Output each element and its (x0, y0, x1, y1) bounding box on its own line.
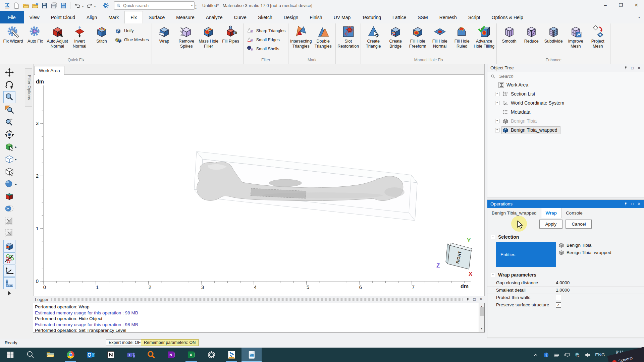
redo-button[interactable] (85, 1, 94, 10)
taskbar-photos[interactable] (241, 348, 262, 362)
expand-icon[interactable]: + (495, 128, 499, 132)
save-all-button[interactable] (59, 1, 67, 10)
tool-zoom-out[interactable] (3, 116, 15, 128)
tray-chevron-icon[interactable] (533, 352, 539, 358)
save-button[interactable] (40, 1, 49, 10)
ribbon-auto-fix[interactable]: Auto Fix (24, 24, 46, 44)
expand-icon[interactable]: + (495, 119, 499, 123)
tree-item-benign-tibia[interactable]: +Benign Tibia (492, 117, 644, 126)
param-value[interactable]: 1.0000 (556, 288, 570, 293)
submenu-arrow-icon[interactable]: ▶ (15, 146, 17, 148)
ribbon-sharp-triangles[interactable]: Sharp Triangles (247, 27, 286, 35)
menu-analyze[interactable]: Analyze (200, 11, 228, 23)
tool-cube-hole[interactable] (3, 240, 15, 252)
ribbon-subdivide[interactable]: Subdivide (542, 24, 565, 44)
ribbon-create-bridge[interactable]: Create Bridge (384, 24, 407, 49)
tool-display-entity[interactable] (3, 190, 15, 202)
taskbar-outlook[interactable] (80, 348, 101, 362)
tool-pan[interactable] (3, 66, 15, 78)
ribbon-create-triangle[interactable]: Create Triangle (362, 24, 384, 49)
tool-zoom[interactable] (3, 91, 15, 103)
quick-search-box[interactable]: ▾ (114, 1, 195, 10)
viewport-canvas[interactable]: dm321001234567dmRIGHTYZX (34, 75, 484, 296)
save-copy-button[interactable] (50, 1, 58, 10)
ribbon-auto-adjust-normal[interactable]: Auto Adjust Normal (46, 24, 68, 49)
operations-tab-benign-tibia-wrapped[interactable]: Benign Tibia_wrapped (487, 208, 541, 218)
scroll-down-icon[interactable]: ▼ (480, 326, 483, 332)
tool-ruler[interactable] (3, 277, 15, 289)
tool-view-cube[interactable]: ▶ (3, 153, 15, 165)
tree-item-metadata[interactable]: +Metadata (492, 108, 644, 117)
menu-remesh[interactable]: Remesh (434, 11, 463, 23)
tree-item-section-list[interactable]: +Section List (492, 89, 644, 99)
param-value[interactable]: 4.0000 (556, 280, 570, 285)
collapse-icon[interactable]: − (491, 273, 495, 277)
close-panel-icon[interactable]: ✕ (637, 66, 641, 70)
taskbar-3matic[interactable] (221, 348, 241, 362)
param-checkbox[interactable]: ✓ (556, 302, 561, 308)
quick-search-input[interactable] (122, 3, 190, 8)
ribbon-intersecting-triangles[interactable]: Intersecting Triangles (290, 24, 312, 49)
tool-select-part[interactable]: ▶ (3, 141, 15, 153)
menu-point-cloud[interactable]: Point Cloud (45, 11, 81, 23)
logger-scrollbar[interactable]: ▲ ▼ (479, 303, 484, 332)
entity-benign-tibia[interactable]: Benign Tibia (558, 242, 611, 248)
close-button[interactable]: ✕ (629, 0, 644, 10)
ribbon-smooth[interactable]: Smooth (498, 24, 520, 44)
taskbar-teams[interactable]: T (121, 348, 141, 362)
redo-dropdown[interactable]: ▾ (94, 5, 96, 8)
menu-surface[interactable]: Surface (143, 11, 170, 23)
settings-gear-icon[interactable] (102, 1, 110, 10)
taskbar-start[interactable] (0, 348, 20, 362)
menu-sketch[interactable]: Sketch (252, 11, 278, 23)
collapse-icon[interactable]: − (491, 235, 495, 239)
maximize-button[interactable]: ❐ (613, 0, 629, 10)
tool-center-view[interactable] (3, 128, 15, 140)
menu-curve[interactable]: Curve (228, 11, 252, 23)
tool-sphere-select[interactable]: ▶ (3, 178, 15, 190)
tree-search-input[interactable] (498, 73, 640, 79)
operations-tab-console[interactable]: Console (561, 208, 587, 218)
maximize-panel-icon[interactable]: □ (631, 66, 634, 70)
entities-field[interactable]: Entities (496, 242, 556, 267)
expert-mode-badge[interactable]: Expert mode: OFF (106, 339, 146, 346)
taskbar-onenote[interactable]: N (161, 348, 181, 362)
ribbon-mass-hole-filler[interactable]: Mass Hole Filler (198, 24, 220, 49)
taskbar-settings[interactable] (201, 348, 221, 362)
taskbar-search[interactable] (20, 348, 40, 362)
menu-align[interactable]: Align (81, 11, 103, 23)
expand-icon[interactable]: + (495, 92, 499, 96)
ribbon-fill-hole-ruled[interactable]: Fill Hole Ruled (451, 24, 473, 49)
menu-texturing[interactable]: Texturing (356, 11, 387, 23)
ribbon-double-triangles[interactable]: Double Triangles (312, 24, 334, 49)
taskbar-excel[interactable]: X (181, 348, 201, 362)
search-dropdown-icon[interactable]: ▾ (191, 4, 193, 7)
antivirus-icon[interactable] (574, 352, 580, 358)
remember-parameters-badge[interactable]: Remember parameters: ON (141, 339, 199, 346)
ribbon-advance-hole-filling[interactable]: Advance Hole Filling (473, 24, 495, 49)
operations-tab-wrap[interactable]: Wrap (541, 208, 562, 218)
submenu-arrow-icon[interactable]: ▶ (15, 183, 17, 186)
ribbon-wrap[interactable]: Wrap (153, 24, 175, 44)
close-panel-icon[interactable]: ✕ (479, 297, 483, 301)
menu-options-help[interactable]: Options & Help (486, 11, 529, 23)
tree-item-work-area[interactable]: +Work Area (487, 80, 644, 89)
tool-mark-plane-1[interactable] (3, 215, 15, 227)
open-file-button[interactable] (21, 1, 30, 10)
import-button[interactable] (31, 1, 39, 10)
ribbon-invert-normal[interactable]: Invert Normal (68, 24, 91, 49)
ribbon-unify[interactable]: Unify (115, 27, 149, 35)
battery-icon[interactable] (553, 352, 559, 358)
menu-script[interactable]: Script (463, 11, 486, 23)
menu-mark[interactable]: Mark (103, 11, 124, 23)
mute-speaker-icon[interactable] (585, 352, 591, 358)
wrap-params-section-header[interactable]: − Wrap parameters (487, 270, 644, 279)
ribbon-project-mesh[interactable]: Project Mesh (587, 24, 609, 49)
tree-item-world-coordinate-system[interactable]: +World Coordinate System (492, 99, 644, 108)
cancel-button[interactable]: Cancel (566, 220, 592, 229)
ribbon-stitch[interactable]: Stitch (91, 24, 113, 44)
entity-benign-tibia-wrapped[interactable]: Benign Tibia_wrapped (558, 250, 611, 255)
ribbon-small-shells[interactable]: Small Shells (247, 45, 286, 53)
menu-design[interactable]: Design (278, 11, 304, 23)
tool-mark-plane-2[interactable] (3, 228, 15, 240)
